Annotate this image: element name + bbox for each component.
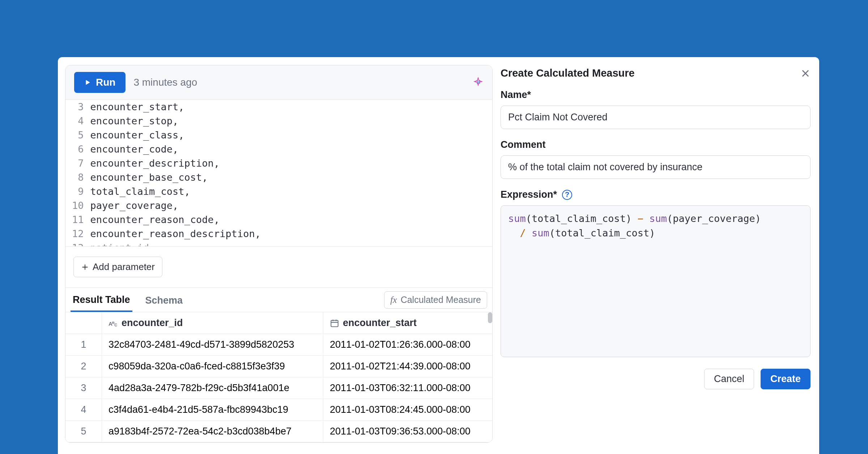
name-label: Name* [501,89,810,100]
comment-label: Comment [501,139,810,150]
scrollbar-thumb[interactable] [488,312,492,323]
fx-icon: fx [390,295,397,305]
tab-schema[interactable]: Schema [143,288,185,311]
sparkle-icon[interactable] [473,77,484,88]
panel-title: Create Calculated Measure [501,67,635,79]
table-row[interactable]: 132c84703-2481-49cd-d571-3899d5820253201… [65,334,492,356]
editor-card: Run 3 minutes ago 345678910111213 encoun… [65,65,493,443]
svg-rect-3 [331,320,338,326]
close-icon[interactable] [800,68,810,78]
table-header: A B C encounter_id encounter_start [65,312,492,334]
help-icon[interactable]: ? [562,190,572,200]
calc-measure-label: Calculated Measure [401,295,481,305]
app-window: Run 3 minutes ago 345678910111213 encoun… [58,57,819,454]
table-row[interactable]: 34ad28a3a-2479-782b-f29c-d5b3f41a001e201… [65,377,492,399]
date-type-icon [330,318,339,328]
tab-result-table[interactable]: Result Table [71,288,132,312]
expression-label: Expression* ? [501,189,810,200]
plus-icon [81,263,89,271]
text-type-icon: A B C [109,318,118,328]
last-run-timestamp: 3 minutes ago [133,77,197,88]
editor-toolbar: Run 3 minutes ago [65,65,492,100]
column-header-encounter-id[interactable]: A B C encounter_id [102,312,323,334]
table-row[interactable]: 5a9183b4f-2572-72ea-54c2-b3cd038b4be7201… [65,421,492,442]
expression-input[interactable]: sum(total_claim_cost) − sum(payer_covera… [501,205,810,357]
svg-text:C: C [114,322,117,327]
result-tabs: Result Table Schema fx Calculated Measur… [65,287,492,312]
comment-input[interactable] [501,155,810,179]
table-row[interactable]: 4c3f4da61-e4b4-21d5-587a-fbc89943bc19201… [65,399,492,421]
create-button[interactable]: Create [761,369,810,389]
run-label: Run [96,77,115,88]
code-editor[interactable]: 345678910111213 encounter_start,encounte… [65,100,492,246]
table-row[interactable]: 2c98059da-320a-c0a6-fced-c8815f3e3f39201… [65,356,492,377]
result-table: A B C encounter_id encounter_start 132c8… [65,312,492,442]
add-parameter-button[interactable]: Add parameter [73,257,162,277]
play-icon [84,79,91,86]
calculated-measure-button[interactable]: fx Calculated Measure [384,291,487,309]
run-button[interactable]: Run [74,72,125,93]
panel-footer: Cancel Create [501,369,810,389]
cancel-button[interactable]: Cancel [704,369,754,389]
add-parameter-label: Add parameter [93,261,155,273]
column-header-encounter-start[interactable]: encounter_start [323,312,492,334]
name-input[interactable] [501,106,810,129]
param-area: Add parameter [65,246,492,287]
create-measure-panel: Create Calculated Measure Name* Comment … [501,65,812,454]
query-pane: Run 3 minutes ago 345678910111213 encoun… [65,65,493,454]
